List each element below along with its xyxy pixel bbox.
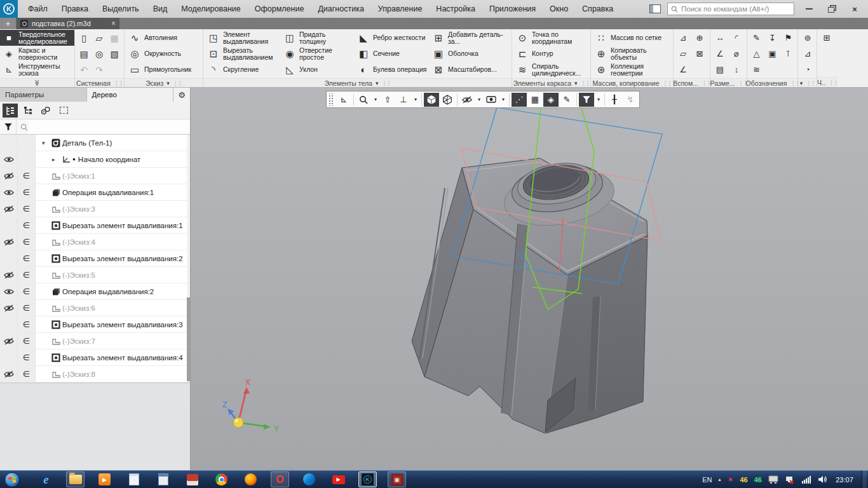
group-grip[interactable]: ⋮⋮: [702, 80, 710, 86]
measure-button[interactable]: ⋰: [512, 93, 527, 107]
add-stock-part-button[interactable]: ⊞Добавить деталь-за...: [430, 30, 510, 46]
section-cell[interactable]: ∈: [18, 366, 36, 382]
section-cell[interactable]: ∈: [18, 267, 36, 283]
section-cell[interactable]: ∈: [18, 184, 36, 200]
section-cell[interactable]: ∈: [18, 201, 36, 217]
aux-local-cs-button[interactable]: ⊠: [693, 47, 707, 61]
visibility-cell[interactable]: [0, 316, 18, 332]
section-cell[interactable]: ∈: [18, 349, 36, 365]
shaded-view-button[interactable]: [424, 93, 439, 107]
aux-point-button[interactable]: ⊕: [693, 31, 707, 45]
tree-relations-button[interactable]: [38, 104, 53, 118]
taskbar-edge[interactable]: [300, 471, 318, 487]
aux-plane-button[interactable]: ▱: [676, 47, 690, 61]
taskbar-media-player[interactable]: ▶: [95, 471, 114, 487]
save-as-button[interactable]: ▧: [107, 47, 121, 61]
thicken-button[interactable]: ◫Придать толщину: [281, 30, 355, 46]
dimensions-button[interactable]: ╂: [607, 93, 622, 107]
section-cell[interactable]: [18, 151, 36, 167]
orientation-button[interactable]: ⇧: [380, 93, 395, 107]
model-part[interactable]: [412, 158, 648, 433]
section-cell[interactable]: ∈: [18, 168, 36, 184]
undo-button[interactable]: ↶: [77, 63, 91, 77]
print-button[interactable]: ▤: [77, 47, 91, 61]
tree-item-cut4[interactable]: ∈ Вырезать элемент выдавливания:4: [0, 349, 190, 366]
circle-button[interactable]: ◎Окружность: [126, 46, 201, 62]
tree-item-sketch7[interactable]: ∈ (-)Эскиз:7: [0, 333, 190, 349]
panel-settings-button[interactable]: ⚙: [173, 88, 190, 102]
tab-tree[interactable]: Дерево: [87, 88, 174, 102]
notation-mark-button[interactable]: ⊺: [782, 47, 796, 61]
tree-item-extrude2[interactable]: ∈ Операция выдавливания:2: [0, 283, 190, 300]
tree-search-input[interactable]: [28, 119, 190, 134]
hide-objects-button[interactable]: [459, 93, 475, 107]
menu-file[interactable]: Файл: [28, 4, 48, 13]
component-button[interactable]: ⊞: [820, 31, 834, 45]
angular-dim-button[interactable]: ∠: [713, 47, 727, 61]
eyedropper-button[interactable]: ↯: [623, 93, 638, 107]
window-layout-icon[interactable]: [649, 4, 661, 13]
appearance-button[interactable]: ◈: [543, 93, 559, 107]
expand-arrow-icon[interactable]: ▸: [52, 156, 60, 163]
shell-button[interactable]: ▣Оболочка: [430, 46, 510, 62]
volume-icon[interactable]: [818, 475, 827, 484]
group-grip[interactable]: ⋮⋮: [663, 80, 672, 86]
extra-slot-button[interactable]: ⊚: [801, 31, 815, 45]
group-caret[interactable]: ▾: [574, 80, 578, 86]
taskbar-youtube[interactable]: ▶: [329, 471, 348, 487]
language-indicator[interactable]: EN: [702, 476, 712, 484]
tree-item-sketch8[interactable]: ∈ (-)Эскиз:8: [0, 366, 190, 383]
filter-dropdown-icon[interactable]: ▾: [595, 93, 602, 107]
fillet-button[interactable]: ◝Скругление: [205, 62, 281, 78]
tree-item-cut3[interactable]: ∈ Вырезать элемент выдавливания:3: [0, 316, 190, 333]
notation-leader-button[interactable]: ↧: [766, 31, 780, 45]
tree-composition-button[interactable]: [3, 104, 18, 118]
draft-button[interactable]: ◺Уклон: [281, 62, 355, 78]
save-button[interactable]: ▦: [107, 31, 121, 45]
collapse-arrow-icon[interactable]: ▾: [42, 140, 50, 146]
taskbar-notepad[interactable]: [125, 471, 143, 487]
section-cell[interactable]: ∈: [18, 333, 36, 349]
section-cell[interactable]: ∈: [18, 250, 36, 266]
tree-item-cut1[interactable]: ∈ Вырезать элемент выдавливания:1: [0, 217, 190, 234]
taskbar-clock[interactable]: 23:07: [834, 476, 855, 484]
grid-dim-button[interactable]: ▤: [713, 63, 727, 77]
linear-dim-button[interactable]: ↔: [713, 31, 727, 45]
notation-base-button[interactable]: ▣: [766, 47, 780, 61]
extra-sketch-button[interactable]: ⊿: [801, 47, 815, 61]
visibility-cell[interactable]: [0, 135, 18, 151]
minimize-button[interactable]: [801, 3, 817, 15]
aux-geometry-button[interactable]: ⊿: [676, 31, 690, 45]
group-caret[interactable]: ▾: [800, 80, 803, 86]
zoom-dropdown-icon[interactable]: ▾: [372, 93, 379, 107]
visibility-cell[interactable]: [0, 250, 18, 266]
vertical-dim-button[interactable]: ↕: [729, 63, 743, 77]
rectangle-button[interactable]: ▭Прямоугольник: [126, 62, 201, 78]
visibility-cell[interactable]: [0, 168, 18, 184]
area-select-button[interactable]: [56, 104, 71, 118]
hide-dropdown-icon[interactable]: ▾: [475, 93, 483, 107]
group-grip[interactable]: ⋮⋮: [581, 80, 590, 86]
simple-hole-button[interactable]: ◉Отверстие простое: [281, 46, 355, 62]
group-grip[interactable]: ⋮⋮: [173, 80, 182, 86]
visibility-cell[interactable]: [0, 366, 18, 382]
menu-view[interactable]: Вид: [153, 4, 168, 13]
visibility-cell[interactable]: [0, 217, 18, 233]
command-search-input[interactable]: [681, 5, 783, 13]
menu-modeling[interactable]: Моделирование: [181, 4, 241, 13]
taskbar-firefox[interactable]: [241, 471, 260, 487]
wireframe-view-button[interactable]: [440, 93, 455, 107]
tree-item-extrude1[interactable]: ∈ Операция выдавливания:1: [0, 184, 190, 201]
menu-window[interactable]: Окно: [550, 4, 568, 13]
cut-extrude-button[interactable]: ⊡Вырезать выдавливанием: [205, 46, 281, 62]
scrollbar-thumb[interactable]: [187, 297, 190, 381]
display-options-button[interactable]: [484, 93, 499, 107]
tray-expand-icon[interactable]: ▴: [718, 477, 721, 482]
start-button[interactable]: [1, 471, 23, 488]
filter-button[interactable]: [579, 93, 594, 107]
menu-help[interactable]: Справка: [582, 4, 613, 13]
contour-button[interactable]: ⊏Контур: [513, 46, 589, 62]
taskbar-file-explorer[interactable]: [66, 471, 85, 487]
show-desktop-button[interactable]: [862, 471, 867, 488]
clip-box-button[interactable]: ▦: [527, 93, 543, 107]
